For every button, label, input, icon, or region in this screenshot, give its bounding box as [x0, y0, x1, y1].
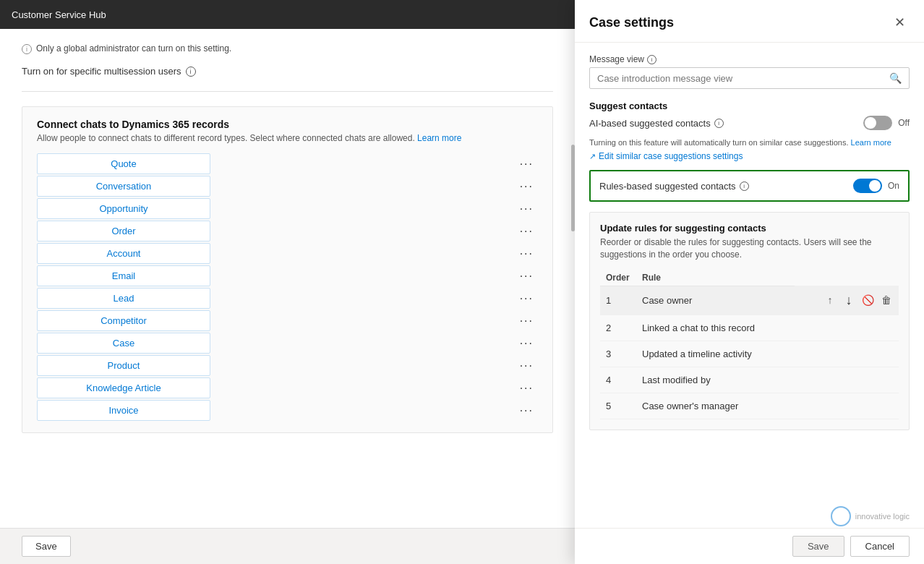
app-title: Customer Service Hub — [12, 9, 106, 20]
ai-toggle-right: Off — [863, 116, 910, 130]
record-more-button[interactable]: ··· — [516, 223, 538, 239]
suggest-contacts-label: Suggest contacts — [589, 101, 910, 111]
message-view-label: Message view i — [589, 54, 910, 64]
record-chip[interactable]: Case — [37, 333, 210, 354]
record-chip[interactable]: Lead — [37, 288, 210, 309]
search-icon-button[interactable]: 🔍 — [889, 72, 902, 84]
record-chip[interactable]: Opportunity — [37, 198, 210, 219]
update-rules-desc: Reorder or disable the rules for suggest… — [600, 236, 899, 261]
ai-toggle-row: AI-based suggested contacts i Off — [589, 116, 910, 130]
record-item: Conversation ··· — [37, 176, 538, 197]
ai-toggle-status: Off — [898, 118, 910, 128]
record-more-button[interactable]: ··· — [516, 291, 538, 307]
rule-name: Linked a chat to this record — [636, 315, 795, 341]
record-chip[interactable]: Product — [37, 355, 210, 376]
learn-more-link[interactable]: Learn more — [417, 133, 461, 143]
rule-header: Rule — [636, 270, 795, 286]
modal-body: Message view i 🔍 Suggest contacts AI-bas… — [575, 43, 924, 528]
table-row: 5 Case owner's manager — [600, 393, 899, 419]
delete-rule-button[interactable]: 🗑 — [880, 293, 893, 307]
message-view-input[interactable] — [597, 73, 889, 84]
table-row: 3 Updated a timeline activity — [600, 341, 899, 367]
record-more-button[interactable]: ··· — [516, 201, 538, 217]
record-item: Quote ··· — [37, 153, 538, 174]
move-up-button[interactable]: ↑ — [823, 293, 837, 307]
record-more-button[interactable]: ··· — [516, 336, 538, 351]
rule-actions-cell — [795, 367, 899, 393]
ai-learn-more-link[interactable]: Learn more — [851, 138, 891, 147]
global-admin-info: i Only a global administrator can turn o… — [22, 43, 553, 54]
message-view-field[interactable]: 🔍 — [589, 67, 910, 89]
record-item: Lead ··· — [37, 288, 538, 309]
record-item: Account ··· — [37, 243, 538, 264]
record-more-button[interactable]: ··· — [516, 313, 538, 329]
record-chip[interactable]: Email — [37, 265, 210, 286]
record-more-button[interactable]: ··· — [516, 403, 538, 419]
watermark-logo — [831, 506, 851, 526]
multisession-row: Turn on for specific multisession users … — [22, 66, 553, 92]
record-item: Knowledge Article ··· — [37, 377, 538, 398]
record-chip[interactable]: Order — [37, 221, 210, 242]
rules-based-label: Rules-based suggested contacts i — [599, 181, 749, 192]
rules-toggle-switch[interactable] — [853, 179, 882, 193]
record-item: Case ··· — [37, 333, 538, 354]
watermark-text: innovative logic — [855, 512, 910, 521]
save-button[interactable]: Save — [22, 536, 71, 557]
record-more-button[interactable]: ··· — [516, 358, 538, 374]
record-more-button[interactable]: ··· — [516, 179, 538, 195]
rule-order: 2 — [600, 315, 636, 341]
record-chip[interactable]: Invoice — [37, 400, 210, 421]
connect-chats-section: Connect chats to Dynamics 365 records Al… — [22, 106, 553, 433]
edit-similar-link[interactable]: ↗ Edit similar case suggestions settings — [589, 151, 910, 161]
rule-actions-cell — [795, 393, 899, 419]
record-chip[interactable]: Quote — [37, 153, 210, 174]
record-chip[interactable]: Knowledge Article — [37, 377, 210, 398]
info-icon: i — [22, 44, 32, 54]
record-chip[interactable]: Account — [37, 243, 210, 264]
record-more-button[interactable]: ··· — [516, 380, 538, 396]
ai-description: Turning on this feature will automatical… — [589, 137, 910, 148]
rules-table: Order Rule 1 Case owner ↑ ↓ 🚫 🗑 — [600, 270, 899, 420]
modal-save-button[interactable]: Save — [792, 536, 844, 557]
move-down-button[interactable]: ↓ — [842, 293, 856, 307]
table-row: 2 Linked a chat to this record — [600, 315, 899, 341]
modal-cancel-button[interactable]: Cancel — [850, 536, 910, 557]
rules-toggle-right: On — [853, 179, 899, 193]
rule-name: Last modified by — [636, 367, 795, 393]
rule-order: 1 — [600, 286, 636, 315]
record-more-button[interactable]: ··· — [516, 268, 538, 284]
table-row: 1 Case owner ↑ ↓ 🚫 🗑 — [600, 286, 899, 315]
record-chip[interactable]: Conversation — [37, 176, 210, 197]
app-title-bar: Customer Service Hub — [0, 0, 575, 29]
rule-name: Case owner's manager — [636, 393, 795, 419]
left-panel: Customer Service Hub i Only a global adm… — [0, 0, 575, 564]
modal-header: Case settings ✕ — [575, 0, 924, 43]
update-rules-title: Update rules for suggesting contacts — [600, 223, 899, 234]
record-item: Email ··· — [37, 265, 538, 286]
record-item: Order ··· — [37, 221, 538, 242]
bottom-bar: Save — [0, 528, 575, 564]
update-rules-box: Update rules for suggesting contacts Reo… — [589, 212, 910, 430]
disable-rule-button[interactable]: 🚫 — [860, 293, 876, 307]
order-header: Order — [600, 270, 636, 286]
ai-toggle-switch[interactable] — [863, 116, 892, 130]
rule-actions-cell: ↑ ↓ 🚫 🗑 — [795, 286, 899, 315]
record-item: Product ··· — [37, 355, 538, 376]
record-item: Invoice ··· — [37, 400, 538, 421]
rules-toggle-status: On — [888, 181, 899, 191]
ai-info-icon: i — [714, 119, 724, 128]
table-row: 4 Last modified by — [600, 367, 899, 393]
record-more-button[interactable]: ··· — [516, 246, 538, 262]
record-more-button[interactable]: ··· — [516, 156, 538, 172]
record-item: Opportunity ··· — [37, 198, 538, 219]
modal-title: Case settings — [589, 15, 674, 30]
rule-order: 5 — [600, 393, 636, 419]
record-chip[interactable]: Competitor — [37, 310, 210, 331]
connect-chats-desc: Allow people to connect chats to differe… — [37, 133, 538, 143]
close-button[interactable]: ✕ — [890, 13, 910, 32]
case-settings-panel: Case settings ✕ Message view i 🔍 Suggest… — [575, 0, 924, 564]
modal-footer: Save Cancel — [575, 528, 924, 564]
rule-actions-cell — [795, 341, 899, 367]
record-list: Quote ··· Conversation ··· Opportunity ·… — [37, 153, 538, 421]
rules-info-icon: i — [740, 181, 749, 191]
